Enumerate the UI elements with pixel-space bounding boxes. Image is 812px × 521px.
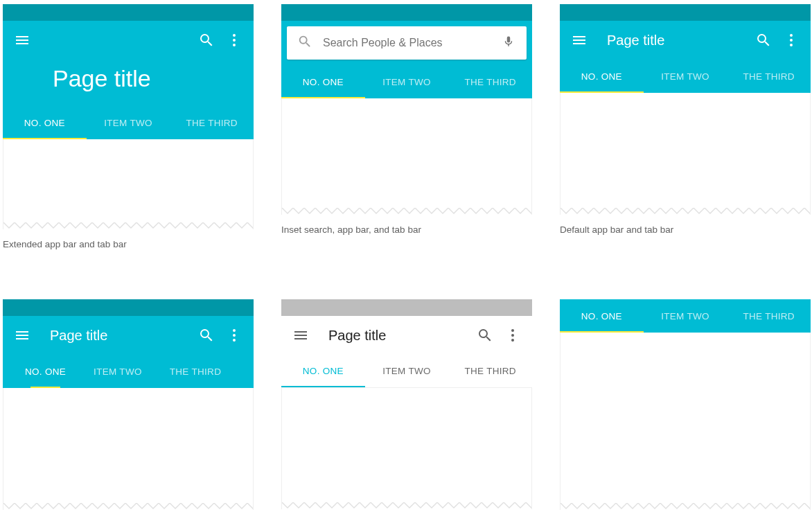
tab-item-two[interactable]: ITEM TWO xyxy=(87,106,170,139)
tab-the-third[interactable]: THE THIRD xyxy=(448,355,532,387)
card-locked-tabs: NO. ONE ITEM TWO THE THIRD xyxy=(560,299,811,510)
menu-icon[interactable] xyxy=(565,26,593,54)
card-light-indicator: Page title NO. ONE ITEM TWO THE THIRD xyxy=(281,299,532,509)
svg-rect-3 xyxy=(3,222,253,229)
app-bar: Page title xyxy=(3,21,254,106)
svg-rect-6 xyxy=(3,503,253,510)
page-title: Page title xyxy=(36,328,193,344)
tab-the-third[interactable]: THE THIRD xyxy=(727,299,811,333)
more-icon[interactable] xyxy=(220,321,248,349)
search-placeholder: Search People & Places xyxy=(319,37,495,49)
torn-edge xyxy=(560,503,811,510)
menu-icon[interactable] xyxy=(287,321,315,349)
torn-edge xyxy=(281,208,532,215)
app-bar: Page title xyxy=(560,21,811,60)
svg-rect-8 xyxy=(561,503,810,510)
torn-edge xyxy=(560,208,811,215)
tab-item-two[interactable]: ITEM TWO xyxy=(80,355,156,388)
app-bar: Page title xyxy=(3,316,254,355)
svg-rect-4 xyxy=(282,208,531,215)
page-title: Page title xyxy=(53,65,242,92)
app-bar: Search People & Places xyxy=(281,21,532,65)
tab-no-one[interactable]: NO. ONE xyxy=(281,355,365,387)
search-icon[interactable] xyxy=(193,26,220,54)
page-title: Page title xyxy=(593,33,750,48)
tab-the-third[interactable]: THE THIRD xyxy=(156,355,235,388)
tab-bar: NO. ONE ITEM TWO THE THIRD xyxy=(281,65,532,98)
caption: Default app bar and tab bar xyxy=(560,224,811,235)
tab-item-two[interactable]: ITEM TWO xyxy=(644,299,727,333)
content-area xyxy=(560,93,811,208)
tab-no-one[interactable]: NO. ONE xyxy=(3,106,87,139)
more-icon[interactable] xyxy=(220,26,248,54)
tab-item-two[interactable]: ITEM TWO xyxy=(365,355,449,387)
content-area xyxy=(281,388,532,502)
search-icon[interactable] xyxy=(750,26,777,54)
tab-no-one[interactable]: NO. ONE xyxy=(560,60,644,93)
menu-icon[interactable] xyxy=(8,321,36,349)
tab-bar: NO. ONE ITEM TWO THE THIRD xyxy=(560,60,811,93)
status-bar xyxy=(3,4,254,21)
tab-the-third[interactable]: THE THIRD xyxy=(170,106,254,139)
menu-icon[interactable] xyxy=(8,26,36,54)
card-scrollable-tabs: Page title NO. ONE ITEM TWO THE THIRD xyxy=(3,299,254,510)
torn-edge xyxy=(281,502,532,509)
tab-item-two[interactable]: ITEM TWO xyxy=(365,65,449,98)
content-area xyxy=(3,139,254,222)
page-title: Page title xyxy=(315,328,471,344)
content-area xyxy=(560,333,811,503)
torn-edge xyxy=(3,222,254,229)
tab-no-one[interactable]: NO. ONE xyxy=(281,65,365,98)
tab-the-third[interactable]: THE THIRD xyxy=(727,60,811,93)
svg-rect-7 xyxy=(282,502,531,509)
status-bar xyxy=(281,299,532,316)
card-extended-appbar: Page title NO. ONE ITEM TWO THE THIRD xyxy=(3,4,254,229)
search-input[interactable]: Search People & Places xyxy=(287,26,527,60)
search-icon xyxy=(291,34,319,52)
status-bar xyxy=(560,4,811,21)
status-bar xyxy=(281,4,532,21)
tab-bar[interactable]: NO. ONE ITEM TWO THE THIRD xyxy=(3,355,254,388)
tab-bar: NO. ONE ITEM TWO THE THIRD xyxy=(560,299,811,333)
svg-rect-5 xyxy=(561,208,810,215)
card-default-appbar: Page title NO. ONE ITEM TWO THE THIRD xyxy=(560,4,811,215)
tab-bar: NO. ONE ITEM TWO THE THIRD xyxy=(281,355,532,388)
app-bar: Page title xyxy=(281,316,532,355)
content-area xyxy=(281,98,532,208)
caption: Extended app bar and tab bar xyxy=(3,239,254,249)
content-area xyxy=(3,388,254,503)
tab-no-one[interactable]: NO. ONE xyxy=(560,299,644,333)
status-bar xyxy=(3,299,254,316)
caption: Inset search, app bar, and tab bar xyxy=(281,224,532,235)
search-icon[interactable] xyxy=(193,321,220,349)
more-icon[interactable] xyxy=(499,321,527,349)
tab-no-one[interactable]: NO. ONE xyxy=(11,355,80,388)
card-inset-search: Search People & Places NO. ONE ITEM TWO … xyxy=(281,4,532,215)
tab-bar: NO. ONE ITEM TWO THE THIRD xyxy=(3,106,254,139)
search-icon[interactable] xyxy=(471,321,499,349)
mic-icon[interactable] xyxy=(495,34,522,52)
torn-edge xyxy=(3,503,254,510)
more-icon[interactable] xyxy=(777,26,805,54)
tab-item-two[interactable]: ITEM TWO xyxy=(644,60,727,93)
tab-the-third[interactable]: THE THIRD xyxy=(448,65,532,98)
